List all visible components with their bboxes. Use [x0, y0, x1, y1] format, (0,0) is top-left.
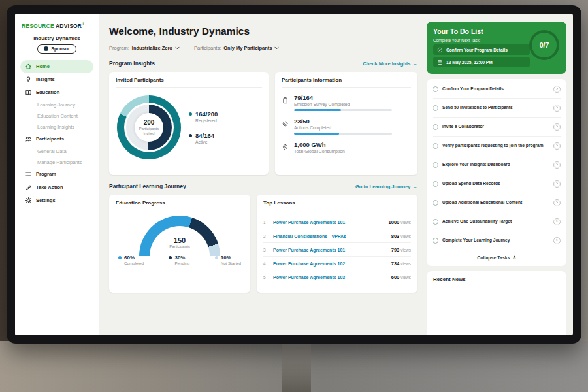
gauge-center: 150 Participants [139, 237, 220, 248]
task-open-button[interactable]: › [553, 123, 561, 131]
stat-value: 23/50 [294, 118, 392, 125]
due-date-pill: 12 May 2025, 12:00 PM [433, 57, 530, 67]
legend-label: Active [195, 140, 214, 144]
sidebar-item-participants[interactable]: Participants [20, 133, 93, 146]
legend-label: Registered [195, 118, 218, 123]
link-label: Check More Insights [363, 61, 410, 67]
task-row[interactable]: Invite a Collaborator › [433, 118, 561, 137]
task-row[interactable]: Upload Additional Educational Content › [433, 193, 561, 212]
sidebar-item-learning-journey[interactable]: Learning Journey [20, 99, 93, 110]
program-filter[interactable]: Program: Industrialize Zero [109, 45, 180, 51]
legend-value: 10% [221, 255, 241, 261]
task-checkbox[interactable] [433, 181, 438, 187]
sidebar-item-take-action[interactable]: Take Action [20, 181, 93, 194]
screen: RESOURCE ADVISOR+ Industry Dynamics Spon… [15, 14, 573, 335]
task-checkbox[interactable] [433, 143, 438, 149]
legend-dot [189, 134, 192, 137]
task-row[interactable]: Upload Spend Data Records › [433, 174, 561, 193]
sidebar-item-insights[interactable]: Insights [20, 73, 93, 86]
stat-label: Actions Completed [294, 125, 392, 130]
sidebar-item-learning-insights[interactable]: Learning Insights [20, 122, 93, 133]
lesson-rank: 5 [263, 275, 269, 280]
people-icon [25, 135, 32, 142]
task-open-button[interactable]: › [553, 161, 561, 169]
invited-participants-card: Invited Participants 200 Participants In… [109, 72, 269, 175]
task-checkbox[interactable] [433, 219, 438, 225]
progress-bar [294, 133, 392, 135]
task-checkbox[interactable] [433, 162, 438, 168]
lesson-link[interactable]: Power Purchase Agreements 101 [273, 248, 387, 252]
brand-plus: + [82, 22, 84, 26]
sidebar-item-program[interactable]: Program [20, 168, 93, 181]
views-word: views [400, 220, 411, 225]
legend-label: Not Started [221, 261, 241, 265]
sidebar-item-home[interactable]: Home [20, 60, 93, 73]
task-row[interactable]: Confirm Your Program Details › [433, 80, 561, 99]
sidebar-item-label: Participants [36, 136, 64, 142]
invited-body: 200 Participants Invited 164/200 Registe [116, 93, 262, 162]
task-label: Achieve One Sustainability Target [442, 219, 549, 225]
chevron-up-icon: ∧ [513, 255, 516, 260]
task-checkbox[interactable] [433, 124, 438, 130]
task-open-button[interactable]: › [553, 142, 561, 150]
legend-dot [189, 112, 192, 116]
participants-filter[interactable]: Participants: Only My Participants [194, 45, 279, 51]
task-open-button[interactable]: › [553, 237, 561, 244]
monitor-frame: RESOURCE ADVISOR+ Industry Dynamics Spon… [7, 5, 581, 344]
sidebar-item-education-content[interactable]: Education Content [20, 110, 93, 122]
collapse-tasks-button[interactable]: Collapse Tasks ∧ [433, 250, 561, 265]
lesson-views: 803views [391, 233, 411, 239]
program-insights-cards: Invited Participants 200 Participants In… [109, 72, 417, 175]
lightbulb-icon [25, 76, 32, 83]
task-row[interactable]: Achieve One Sustainability Target › [433, 212, 561, 231]
lesson-row[interactable]: 2 Financial Considerations - VPPAs 803vi… [263, 229, 411, 243]
chevron-down-icon [175, 46, 180, 50]
task-row[interactable]: Send 50 Invitations to Participants › [433, 99, 561, 118]
donut-center-value: 200 [144, 119, 155, 126]
task-open-button[interactable]: › [553, 199, 561, 206]
legend-label: Completed [124, 261, 144, 265]
stat-label: Total Global Consumption [294, 149, 345, 154]
task-label: Upload Additional Educational Content [442, 200, 549, 206]
card-title: Education Progress [116, 200, 244, 210]
task-open-button[interactable]: › [553, 218, 561, 225]
stat-label: Emission Survey Completed [294, 102, 392, 106]
task-open-button[interactable]: › [553, 105, 561, 112]
sidebar-item-settings[interactable]: Settings [20, 194, 93, 207]
sidebar-item-manage-participants[interactable]: Manage Participants [20, 157, 93, 168]
task-checkbox[interactable] [433, 238, 438, 244]
lesson-row[interactable]: 3 Power Purchase Agreements 101 793views [263, 243, 411, 257]
lesson-row[interactable]: 1 Power Purchase Agreements 101 1000view… [263, 216, 411, 229]
sidebar-item-label: Settings [36, 197, 56, 203]
sidebar-item-education[interactable]: Education [20, 86, 93, 99]
sidebar-item-label: Insights [36, 76, 55, 82]
task-label: Send 50 Invitations to Participants [442, 105, 549, 111]
sidebar-item-general-data[interactable]: General Data [20, 146, 93, 157]
lesson-link[interactable]: Power Purchase Agreements 101 [273, 220, 384, 225]
book-icon [25, 89, 32, 96]
views-count: 734 [391, 261, 400, 267]
lesson-link[interactable]: Power Purchase Agreements 102 [273, 261, 387, 266]
progress-bar-fill [294, 109, 341, 111]
go-to-learning-journey-link[interactable]: Go to Learning Journey → [355, 184, 417, 189]
task-checkbox[interactable] [433, 105, 438, 111]
views-count: 803 [391, 233, 400, 239]
legend-label: Pending [174, 261, 189, 265]
task-checkbox[interactable] [433, 86, 438, 92]
next-task-pill[interactable]: Confirm Your Program Details [433, 44, 530, 55]
task-row[interactable]: Explore Your Insights Dashboard › [433, 155, 561, 174]
progress-bar [294, 109, 392, 111]
task-label: Invite a Collaborator [442, 124, 549, 130]
task-checkbox[interactable] [433, 200, 438, 206]
home-icon [25, 63, 32, 70]
task-row[interactable]: Verify participants requesting to join t… [433, 137, 561, 155]
lesson-link[interactable]: Financial Considerations - VPPAs [273, 234, 387, 238]
check-more-insights-link[interactable]: Check More Insights → [363, 61, 417, 67]
lesson-row[interactable]: 4 Power Purchase Agreements 102 734views [263, 257, 411, 270]
program-filter-value: Industrialize Zero [132, 45, 172, 51]
task-open-button[interactable]: › [553, 180, 561, 188]
lesson-link[interactable]: Power Purchase Agreements 103 [273, 275, 387, 280]
lesson-row[interactable]: 5 Power Purchase Agreements 103 600views [263, 270, 411, 284]
task-open-button[interactable]: › [553, 86, 561, 93]
task-row[interactable]: Complete Your Learning Journey › [433, 231, 561, 250]
